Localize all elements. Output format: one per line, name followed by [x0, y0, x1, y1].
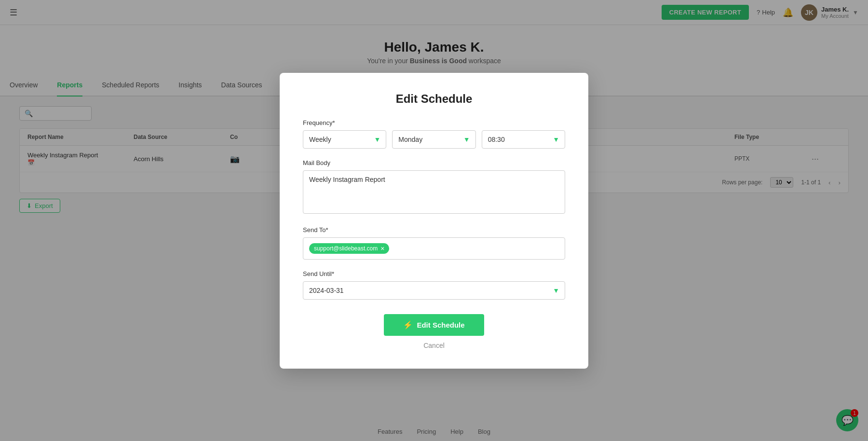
time-select[interactable]: 08:30 09:00 09:30 10:00	[482, 130, 565, 149]
send-until-select[interactable]: 2024-03-31 2024-04-30 2024-05-31	[303, 281, 565, 300]
frequency-select-wrap: Weekly Daily Monthly ▼	[303, 130, 386, 149]
send-until-select-wrap: 2024-03-31 2024-04-30 2024-05-31 ▼	[303, 281, 565, 300]
frequency-group: Frequency* Weekly Daily Monthly ▼ Monday…	[303, 119, 565, 149]
frequency-row: Weekly Daily Monthly ▼ Monday Tuesday We…	[303, 130, 565, 149]
modal-actions: ⚡ Edit Schedule Cancel	[303, 314, 565, 349]
modal-overlay: Edit Schedule Frequency* Weekly Daily Mo…	[0, 0, 868, 441]
send-until-label: Send Until*	[303, 270, 565, 277]
mail-body-label: Mail Body	[303, 159, 565, 166]
email-tag-remove[interactable]: ×	[380, 245, 384, 252]
lightning-icon: ⚡	[403, 320, 413, 330]
send-to-group: Send To* support@slidebeast.com ×	[303, 226, 565, 260]
cancel-link[interactable]: Cancel	[423, 342, 445, 349]
edit-schedule-button[interactable]: ⚡ Edit Schedule	[384, 314, 484, 336]
send-until-group: Send Until* 2024-03-31 2024-04-30 2024-0…	[303, 270, 565, 300]
modal-title: Edit Schedule	[303, 92, 565, 106]
time-select-wrap: 08:30 09:00 09:30 10:00 ▼	[482, 130, 565, 149]
mail-body-textarea[interactable]: Weekly Instagram Report	[303, 170, 565, 214]
mail-body-group: Mail Body Weekly Instagram Report	[303, 159, 565, 216]
send-to-label: Send To*	[303, 226, 565, 234]
email-tag: support@slidebeast.com ×	[309, 243, 389, 254]
day-select-wrap: Monday Tuesday Wednesday Thursday Friday…	[392, 130, 475, 149]
frequency-select[interactable]: Weekly Daily Monthly	[303, 130, 386, 149]
day-select[interactable]: Monday Tuesday Wednesday Thursday Friday…	[392, 130, 475, 149]
edit-schedule-modal: Edit Schedule Frequency* Weekly Daily Mo…	[280, 73, 588, 369]
email-tag-text: support@slidebeast.com	[314, 245, 378, 252]
edit-schedule-label: Edit Schedule	[417, 321, 464, 329]
frequency-label: Frequency*	[303, 119, 565, 126]
send-to-field[interactable]: support@slidebeast.com ×	[303, 237, 565, 260]
